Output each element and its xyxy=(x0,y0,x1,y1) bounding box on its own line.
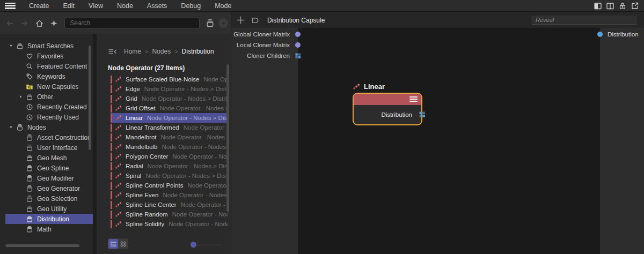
chevron-down-icon xyxy=(220,20,227,27)
sidebar-item-geo-generator[interactable]: Geo Generator xyxy=(0,183,93,193)
caret-down-icon[interactable] xyxy=(8,43,14,49)
sidebar-section-nodes[interactable]: Nodes xyxy=(0,122,93,132)
distribution-port-icon[interactable] xyxy=(597,32,603,37)
matrix-port-icon[interactable] xyxy=(295,42,301,48)
asset-item-linear-transformed[interactable]: Linear TransformedNode Operator - Nodes … xyxy=(111,123,228,132)
sidebar-item-new-capsules[interactable]: New Capsules xyxy=(0,81,93,92)
lock-icon[interactable] xyxy=(618,2,627,10)
sidebar-item-keywords[interactable]: Keywords xyxy=(0,71,93,81)
distribution-node-icon xyxy=(115,95,122,102)
asset-item-polygon-center[interactable]: Polygon CenterNode Operator - Nodes > Di… xyxy=(111,152,228,161)
menu-mode[interactable]: Mode xyxy=(208,2,238,10)
node-canvas[interactable]: Global Cloner Matrix Local Cloner Matrix… xyxy=(231,28,644,254)
sidebar-section-smart-searches[interactable]: Smart Searches xyxy=(0,41,93,51)
database-icon xyxy=(26,185,33,192)
node-menu-icon[interactable] xyxy=(409,96,418,102)
menu-debug[interactable]: Debug xyxy=(174,2,208,10)
node-header-bar[interactable] xyxy=(354,94,421,105)
dropdown-button[interactable] xyxy=(218,18,228,28)
sidebar-item-other[interactable]: Other xyxy=(0,92,93,102)
slider-knob[interactable] xyxy=(191,242,196,248)
node-output-row: Distribution xyxy=(354,105,421,124)
menu-view[interactable]: View xyxy=(82,2,110,10)
item-color-bar xyxy=(111,172,112,180)
asset-list-scrollbar[interactable] xyxy=(226,64,229,212)
asset-item-linear-selected[interactable]: LinearNode Operator - Nodes > Distributi… xyxy=(111,113,228,123)
asset-item-grid-offset[interactable]: Grid OffsetNode Operator - Nodes > Distr… xyxy=(111,103,228,113)
sidebar-item-asset-construction[interactable]: Asset Construction xyxy=(0,132,93,143)
distribution-node-icon xyxy=(115,124,122,131)
menu-assets[interactable]: Assets xyxy=(140,2,174,10)
asset-item-spline-line-center[interactable]: Spline Line CenterNode Operator - Nodes … xyxy=(111,200,228,210)
sidebar-item-user-interface[interactable]: User Interface xyxy=(0,143,93,153)
sidebar-item-geo-modifier[interactable]: Geo Modifier xyxy=(0,173,93,183)
tag-icon xyxy=(26,73,33,80)
breadcrumb-current[interactable]: Distribution xyxy=(182,48,214,55)
sidebar-item-distribution[interactable]: Distribution xyxy=(5,214,93,224)
distribution-node-icon xyxy=(115,86,122,92)
sidebar-item-favorites[interactable]: Favorites xyxy=(0,51,93,61)
menu-edit[interactable]: Edit xyxy=(56,2,82,10)
asset-item-radial[interactable]: RadialNode Operator - Nodes > Distributi… xyxy=(111,161,228,171)
sidebar-item-featured-content[interactable]: Featured Content xyxy=(0,61,93,71)
capsule-icon[interactable] xyxy=(251,16,261,25)
sidebar-horizontal-scrollbar[interactable] xyxy=(5,244,79,247)
input-port-local-cloner-matrix[interactable]: Local Cloner Matrix xyxy=(231,40,298,50)
asset-item-spline-solidify[interactable]: Spline SolidifyNode Operator - Nodes > D… xyxy=(111,219,228,229)
node-body[interactable]: Distribution xyxy=(353,93,422,125)
asset-item-grid[interactable]: GridNode Operator - Nodes > Distribution xyxy=(111,94,228,103)
distribution-node-icon xyxy=(115,105,122,111)
array-port-icon[interactable] xyxy=(295,53,301,59)
linear-node[interactable]: Linear Distribution xyxy=(353,81,422,125)
collapse-panel-icon[interactable] xyxy=(108,48,117,55)
home-icon[interactable] xyxy=(35,19,44,28)
sidebar-vertical-scrollbar[interactable] xyxy=(89,46,91,150)
asset-item-mandelbrot[interactable]: MandelbrotNode Operator - Nodes > Distri… xyxy=(111,132,228,142)
asset-item-spline-control-points[interactable]: Spline Control PointsNode Operator - Nod… xyxy=(111,181,228,190)
asset-item-spline-even[interactable]: Spline EvenNode Operator - Nodes > Distr… xyxy=(111,190,228,200)
add-node-icon[interactable] xyxy=(236,16,245,25)
menu-node[interactable]: Node xyxy=(110,2,140,10)
sidebar-item-recently-created[interactable]: Recently Created xyxy=(0,102,93,112)
caret-down-icon[interactable] xyxy=(8,124,14,130)
asset-item-mandelbulb[interactable]: MandelbulbNode Operator - Nodes > Distri… xyxy=(111,142,228,152)
menu-create[interactable]: Create xyxy=(22,2,56,10)
asset-item-spline-random[interactable]: Spline RandomNode Operator - Nodes > Dis… xyxy=(111,210,228,219)
node-output-port-icon[interactable] xyxy=(419,111,426,118)
item-color-bar xyxy=(111,182,112,190)
database-icon xyxy=(26,226,33,233)
layout-single-panel-icon[interactable] xyxy=(594,2,602,10)
input-port-cloner-children[interactable]: Cloner Children xyxy=(231,50,298,61)
sidebar-item-recently-used[interactable]: Recently Used xyxy=(0,112,93,122)
main-menu-icon[interactable] xyxy=(5,3,16,9)
node-editor: Distribution Capsule Global Cloner Matri… xyxy=(231,12,644,254)
reveal-input[interactable] xyxy=(531,16,637,25)
item-color-bar xyxy=(111,162,112,170)
search-input[interactable] xyxy=(64,18,200,29)
list-view-button[interactable] xyxy=(108,239,118,249)
database-icon[interactable] xyxy=(206,19,215,28)
matrix-port-icon[interactable] xyxy=(295,32,301,37)
sidebar-item-geo-spline[interactable]: Geo Spline xyxy=(0,163,93,173)
sidebar-item-geo-utility[interactable]: Geo Utility xyxy=(0,204,93,214)
breadcrumb-home[interactable]: Home xyxy=(124,48,141,55)
asset-item-spiral[interactable]: SpiralNode Operator - Nodes > Distributi… xyxy=(111,171,228,181)
pop-out-icon[interactable] xyxy=(631,2,639,10)
asset-item-edge[interactable]: EdgeNode Operator - Nodes > Distribution xyxy=(111,84,228,94)
breadcrumb-nodes[interactable]: Nodes xyxy=(152,48,171,55)
sparkle-icon[interactable] xyxy=(50,19,58,27)
item-color-bar xyxy=(111,76,112,84)
sidebar-item-geo-mesh[interactable]: Geo Mesh xyxy=(0,153,93,163)
back-arrow-icon[interactable] xyxy=(5,19,14,28)
forward-arrow-icon[interactable] xyxy=(20,19,29,28)
layout-split-panel-icon[interactable] xyxy=(606,2,614,10)
sidebar-item-math[interactable]: Math xyxy=(0,224,93,234)
sidebar-item-geo-selection[interactable]: Geo Selection xyxy=(0,193,93,204)
asset-item-surface-scaled-blue-noise[interactable]: Surface Scaled Blue-NoiseNode Operator -… xyxy=(111,74,228,84)
output-port-distribution[interactable]: Distribution xyxy=(600,29,644,40)
caret-right-icon[interactable] xyxy=(18,94,24,100)
grid-view-button[interactable] xyxy=(118,239,128,249)
thumbnail-size-slider[interactable] xyxy=(190,244,222,246)
input-port-global-cloner-matrix[interactable]: Global Cloner Matrix xyxy=(231,29,298,40)
distribution-node-icon xyxy=(115,221,122,227)
